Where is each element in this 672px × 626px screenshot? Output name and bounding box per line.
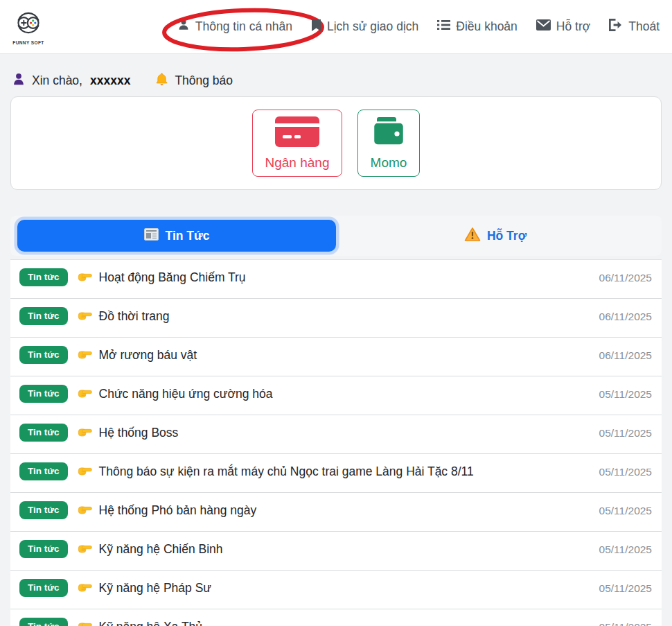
brand-logo[interactable]: FUNNY SOFT (12, 9, 44, 45)
tab-news-label: Tin Tức (166, 229, 210, 243)
news-date: 05/11/2025 (599, 464, 652, 480)
brand-caption: FUNNY SOFT (12, 40, 44, 45)
news-badge: Tin tức (19, 501, 68, 519)
nav-label: Thông tin cá nhân (195, 19, 292, 34)
news-date: 06/11/2025 (599, 270, 652, 286)
pointing-hand-icon (77, 541, 93, 562)
news-title: Đồ thời trang (99, 309, 170, 323)
news-row[interactable]: Tin tức Kỹ năng hệ Pháp Sư 05/11/2025 (10, 571, 662, 609)
news-row[interactable]: Tin tức Hệ thống Phó bản hàng ngày 05/11… (10, 493, 662, 532)
news-badge: Tin tức (19, 618, 68, 626)
news-title: Hệ thống Phó bản hàng ngày (99, 503, 257, 517)
greeting-text: Xin chào, (32, 73, 82, 88)
nav-label: Thoát (628, 19, 660, 34)
news-date: 05/11/2025 (599, 425, 652, 442)
envelope-icon (536, 19, 551, 34)
credit-card-icon (274, 116, 320, 150)
nav-label: Điều khoản (456, 19, 518, 34)
news-title: Kỹ năng hệ Pháp Sư (99, 581, 212, 595)
news-badge: Tin tức (19, 462, 68, 480)
news-date: 06/11/2025 (599, 347, 652, 364)
top-navbar: FUNNY SOFT Thông tin cá nhân Lịch sử gia… (0, 0, 672, 54)
news-badge: Tin tức (19, 424, 68, 442)
username: xxxxxx (90, 73, 130, 88)
logout-icon (609, 19, 623, 35)
news-row[interactable]: Tin tức Đồ thời trang 06/11/2025 (10, 299, 662, 338)
news-title: Kỹ năng hệ Chiến Binh (99, 542, 223, 556)
news-title: Hệ thống Boss (99, 426, 179, 440)
nav-item-terms[interactable]: Điều khoản (437, 19, 518, 34)
tab-support[interactable]: Hỗ Trợ (336, 227, 655, 245)
newspaper-icon (144, 228, 159, 244)
pointing-hand-icon (77, 502, 93, 523)
nav-label: Hỗ trợ (556, 19, 590, 34)
news-title: Thông báo sự kiện ra mắt máy chủ Ngọc tr… (99, 464, 474, 478)
news-badge: Tin tức (19, 346, 68, 364)
news-row[interactable]: Tin tức Hệ thống Boss 05/11/2025 (10, 415, 662, 454)
news-badge: Tin tức (19, 579, 68, 597)
nav-label: Lịch sử giao dịch (327, 19, 418, 34)
gamepad-logo-icon (12, 9, 44, 40)
bank-label: Ngân hàng (265, 155, 330, 171)
list-icon (437, 19, 450, 34)
news-row[interactable]: Tin tức Kỹ năng hệ Chiến Binh 05/11/2025 (10, 532, 662, 571)
tab-news[interactable]: Tin Tức (17, 220, 336, 252)
nav-item-profile[interactable]: Thông tin cá nhân (177, 19, 292, 35)
news-badge: Tin tức (19, 268, 68, 286)
news-date: 05/11/2025 (599, 541, 652, 558)
news-title: Hoạt động Băng Chiếm Trụ (99, 270, 246, 284)
pointing-hand-icon (77, 424, 93, 445)
wallet-icon (370, 116, 407, 150)
news-date: 05/11/2025 (599, 503, 652, 519)
news-row[interactable]: Tin tức Mở rương báu vật 06/11/2025 (10, 338, 662, 376)
tab-bar: Tin Tức Hỗ Trợ (10, 216, 662, 256)
nav-item-transactions[interactable]: Lịch sử giao dịch (311, 19, 418, 35)
payment-card: Ngân hàng Momo (10, 96, 662, 190)
nav-menu: Thông tin cá nhân Lịch sử giao dịch Điều… (177, 19, 660, 35)
bell-icon (154, 71, 169, 90)
pointing-hand-icon (77, 308, 93, 329)
news-row[interactable]: Tin tức Chức năng hiệu ứng cường hóa 05/… (10, 376, 662, 415)
news-list: Tin tức Hoạt động Băng Chiếm Trụ 06/11/2… (10, 259, 662, 626)
news-badge: Tin tức (19, 540, 68, 558)
news-badge: Tin tức (19, 385, 68, 403)
notification-link[interactable]: Thông báo (154, 71, 233, 90)
news-title: Kỹ năng hệ Xạ Thủ (99, 620, 203, 626)
pointing-hand-icon (77, 347, 93, 367)
news-row[interactable]: Tin tức Hoạt động Băng Chiếm Trụ 06/11/2… (10, 259, 662, 299)
news-badge: Tin tức (19, 307, 68, 325)
pointing-hand-icon (77, 618, 93, 626)
person-icon (177, 19, 190, 35)
momo-label: Momo (371, 155, 407, 171)
news-row[interactable]: Tin tức Kỹ năng hệ Xạ Thủ 05/11/2025 (10, 609, 662, 626)
bookmark-icon (311, 19, 321, 35)
greeting-row: Xin chào, xxxxxx Thông báo (12, 71, 660, 90)
news-title: Mở rương báu vật (99, 348, 197, 362)
tab-support-label: Hỗ Trợ (487, 229, 527, 243)
news-row[interactable]: Tin tức Thông báo sự kiện ra mắt máy chủ… (10, 454, 662, 493)
warning-icon (464, 227, 481, 245)
news-title: Chức năng hiệu ứng cường hóa (99, 387, 273, 401)
pointing-hand-icon (77, 463, 93, 484)
pointing-hand-icon (77, 580, 93, 600)
news-date: 05/11/2025 (599, 580, 652, 597)
notification-label: Thông báo (175, 73, 233, 88)
news-date: 06/11/2025 (599, 308, 652, 325)
news-date: 05/11/2025 (599, 386, 652, 403)
momo-button[interactable]: Momo (357, 110, 420, 177)
pointing-hand-icon (77, 385, 93, 406)
pointing-hand-icon (77, 269, 93, 290)
user-bust-icon (12, 72, 26, 90)
nav-item-support[interactable]: Hỗ trợ (536, 19, 590, 34)
news-date: 05/11/2025 (599, 619, 652, 626)
bank-button[interactable]: Ngân hàng (252, 110, 342, 177)
nav-item-logout[interactable]: Thoát (609, 19, 660, 35)
